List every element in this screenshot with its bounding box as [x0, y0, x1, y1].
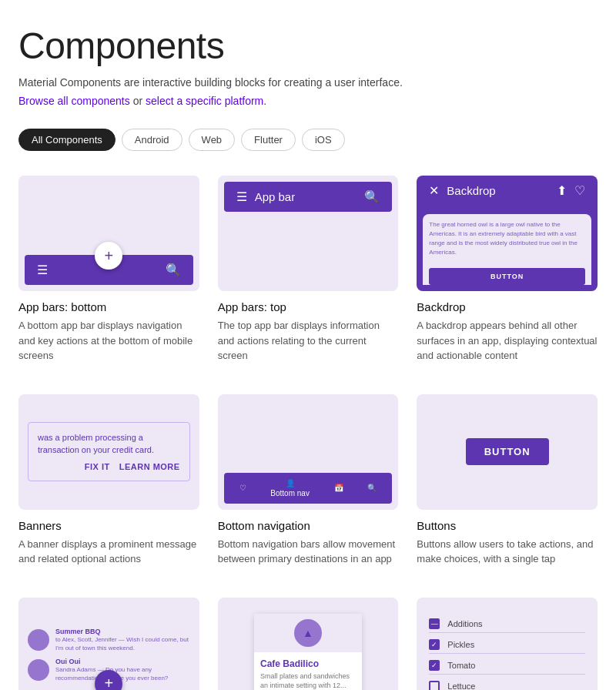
top-bar: ☰ App bar 🔍 [224, 182, 393, 212]
search-icon: 🔍 [166, 263, 181, 277]
card-backdrop: ✕ Backdrop ⬆ ♡ The great horned owl is a… [417, 176, 598, 363]
bnav-item-person: 👤 Bottom nav [270, 479, 310, 497]
card-image-checkboxes: — Additions Pickles Tomato Lettuce [417, 598, 598, 691]
card-desc-app-bars-top: The top app bar displays information and… [218, 318, 399, 363]
fab-name-2: Oui Oui [55, 658, 190, 665]
checkbox-label-tomato: Tomato [447, 661, 475, 670]
card-image-app-bars-bottom: + ☰ 🔍 [18, 176, 199, 291]
fab-name-1: Summer BBQ [55, 628, 190, 635]
card-image-buttons: BUTTON [417, 394, 598, 510]
card-bottom-navigation: ♡ 👤 Bottom nav 📅 🔍 Bottom navigation Bot… [218, 394, 399, 567]
checkbox-row-lettuce: Lettuce [429, 678, 585, 690]
cards-logo: ▲ [294, 619, 322, 647]
card-title-app-bars-top: App bars: top [218, 300, 399, 313]
calendar-nav-icon: 📅 [334, 484, 343, 492]
banner-fix-btn[interactable]: FIX IT [85, 462, 110, 471]
bnav-item-calendar: 📅 [334, 484, 343, 492]
example-card-header: ▲ [254, 614, 362, 652]
fab-to-1: to Alex, Scott, Jennifer [55, 636, 117, 643]
card-banners: was a problem processing a transaction o… [18, 394, 199, 567]
fab-msg-2: Sandra Adams — Do you have any recommend… [55, 665, 190, 682]
heart-nav-icon: ♡ [239, 484, 246, 492]
banner-card: was a problem processing a transaction o… [28, 422, 190, 481]
example-card-body: Cafe Badilico Small plates and sandwiche… [254, 652, 362, 690]
banner-learn-btn[interactable]: LEARN MORE [119, 462, 180, 471]
backdrop-button: BUTTON [429, 268, 585, 285]
backdrop-action-icons: ⬆ ♡ [557, 183, 585, 198]
filter-btn-web[interactable]: Web [189, 129, 236, 151]
fab-by-2: Sandra Adams [55, 666, 95, 673]
browse-text: Browse all components or select a specif… [18, 95, 598, 107]
top-bar-title: App bar [255, 190, 296, 203]
card-cards: ▲ Cafe Badilico Small plates and sandwic… [218, 598, 399, 691]
checkbox-additions[interactable]: — [429, 618, 440, 629]
card-app-bars-top: ☰ App bar 🔍 App bars: top The top app ba… [218, 176, 399, 363]
checkbox-label-lettuce: Lettuce [447, 682, 475, 690]
card-title-buttons: Buttons [417, 519, 598, 532]
card-checkboxes: — Additions Pickles Tomato Lettuce Ch [417, 598, 598, 691]
checkbox-row-pickles: Pickles [429, 636, 585, 654]
checkbox-indeterminate-icon: — [431, 620, 438, 628]
browse-all-link[interactable]: Browse all components [18, 95, 130, 107]
checkbox-row-tomato: Tomato [429, 657, 585, 675]
banner-actions: FIX IT LEARN MORE [38, 462, 180, 471]
hamburger-icon: ☰ [236, 189, 247, 204]
checkbox-row-additions: — Additions [429, 615, 585, 633]
filter-btn-android[interactable]: Android [122, 129, 182, 151]
fab-list-item-1: Summer BBQ to Alex, Scott, Jennifer — Wi… [28, 628, 190, 652]
checkbox-pickles[interactable] [429, 639, 440, 650]
checkbox-label-additions: Additions [447, 619, 482, 628]
filter-btn-flutter[interactable]: Flutter [241, 129, 296, 151]
fab-text-2: Oui Oui Sandra Adams — Do you have any r… [55, 658, 190, 682]
card-image-buttons-fab: Summer BBQ to Alex, Scott, Jennifer — Wi… [18, 598, 199, 691]
card-image-cards: ▲ Cafe Badilico Small plates and sandwic… [218, 598, 399, 691]
page-subtitle: Material Components are interactive buil… [18, 76, 598, 89]
bnav-label: Bottom nav [270, 489, 310, 497]
fab-icon: + [95, 242, 122, 270]
share-icon: ⬆ [557, 183, 567, 198]
card-buttons: BUTTON Buttons Buttons allow users to ta… [417, 394, 598, 567]
fab-msg-1: to Alex, Scott, Jennifer — Wish I could … [55, 635, 190, 652]
checkbox-label-pickles: Pickles [447, 640, 474, 649]
card-image-bottom-navigation: ♡ 👤 Bottom nav 📅 🔍 [218, 394, 399, 510]
filter-row: All ComponentsAndroidWebFlutteriOS [18, 129, 598, 151]
filter-btn-all-components[interactable]: All Components [18, 129, 116, 151]
card-app-bars-bottom: + ☰ 🔍 App bars: bottom A bottom app bar … [18, 176, 199, 363]
search-icon-top: 🔍 [364, 189, 380, 204]
person-nav-icon: 👤 [286, 479, 295, 487]
platform-link[interactable]: select a specific platform [146, 95, 263, 107]
example-card: ▲ Cafe Badilico Small plates and sandwic… [254, 614, 362, 690]
card-desc-bottom-navigation: Bottom navigation bars allow movement be… [218, 537, 399, 567]
fab-avatar-2 [28, 659, 49, 681]
card-title-bottom-navigation: Bottom navigation [218, 519, 399, 532]
bnav-item-search: 🔍 [367, 484, 377, 492]
fab-avatar-1 [28, 629, 49, 651]
banner-message: was a problem processing a transaction o… [38, 432, 180, 456]
card-desc-banners: A banner displays a prominent message an… [18, 537, 199, 567]
bottom-nav-bar: ♡ 👤 Bottom nav 📅 🔍 [224, 473, 393, 504]
example-button[interactable]: BUTTON [466, 438, 549, 465]
example-card-sub: Small plates and sandwiches an intimate … [260, 672, 356, 690]
card-desc-app-bars-bottom: A bottom app bar displays navigation and… [18, 318, 199, 363]
card-title-backdrop: Backdrop [417, 300, 598, 313]
filter-btn-ios[interactable]: iOS [302, 129, 345, 151]
card-desc-buttons: Buttons allow users to take actions, and… [417, 537, 598, 567]
search-nav-icon: 🔍 [367, 484, 377, 492]
heart-icon: ♡ [574, 183, 585, 198]
card-buttons-fab: Summer BBQ to Alex, Scott, Jennifer — Wi… [18, 598, 199, 691]
card-image-banners: was a problem processing a transaction o… [18, 394, 199, 510]
backdrop-front-layer: The great horned owl is a large owl nati… [423, 214, 591, 285]
close-icon: ✕ [429, 183, 439, 198]
fab-text-1: Summer BBQ to Alex, Scott, Jennifer — Wi… [55, 628, 190, 652]
card-image-app-bars-top: ☰ App bar 🔍 [218, 176, 399, 291]
example-card-title: Cafe Badilico [260, 658, 356, 669]
card-title-banners: Banners [18, 519, 199, 532]
card-desc-backdrop: A backdrop appears behind all other surf… [417, 318, 598, 363]
checkbox-tomato[interactable] [429, 660, 440, 671]
checkbox-lettuce[interactable] [429, 681, 440, 690]
bnav-item-heart: ♡ [239, 484, 246, 492]
card-image-backdrop: ✕ Backdrop ⬆ ♡ The great horned owl is a… [417, 176, 598, 291]
card-title-app-bars-bottom: App bars: bottom [18, 300, 199, 313]
page-title: Components [18, 25, 598, 67]
components-grid: + ☰ 🔍 App bars: bottom A bottom app bar … [18, 176, 598, 690]
